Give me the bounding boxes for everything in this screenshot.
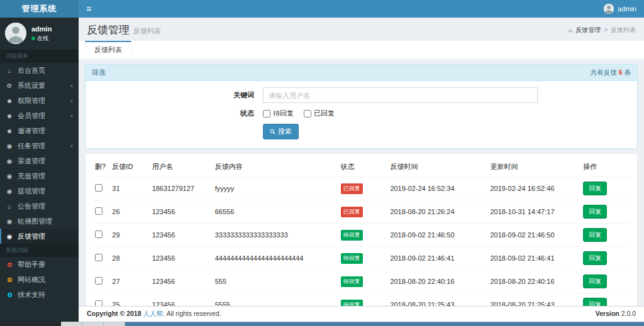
sidebar: 管理系统 admin 在线 功能菜单 ⌂ 后台首页 ⚙ 系统设置 ‹ ☻ 权限管…	[0, 0, 79, 322]
filter-title: 筛选	[92, 68, 106, 77]
breadcrumb-root[interactable]: 反馈管理	[575, 26, 601, 35]
sidebar-item-invitations[interactable]: ☻ 邀请管理	[0, 123, 79, 138]
dashboard-icon: ◉	[6, 233, 13, 240]
cell-created-time: 2018-09-02 21:46:41	[390, 254, 454, 262]
status-badge: 待回复	[341, 276, 363, 287]
content-header: 反馈管理反馈列表 ⌂ 反馈管理 > 反馈列表	[79, 18, 644, 41]
row-checkbox[interactable]	[95, 231, 103, 238]
sidebar-other-menu: 帮助手册 网站概况 技术支持	[0, 257, 79, 302]
settings-icon: ⚙	[6, 82, 13, 89]
cell-updated-time: 2018-10-31 14:47:17	[490, 208, 554, 215]
status-option-replied[interactable]: 已回复	[304, 109, 335, 118]
reply-button[interactable]: 回复	[583, 205, 607, 219]
status-badge: 已回复	[341, 207, 363, 217]
cell-feedback-id: 25	[112, 301, 119, 306]
sidebar-item-recharge[interactable]: ◉ 充值管理	[0, 168, 79, 183]
cell-content: 66556	[215, 208, 235, 215]
copyright-text: Copyright © 2018 人人帮. All rights reserve…	[87, 310, 221, 318]
cell-feedback-id: 28	[112, 254, 119, 262]
brand-link[interactable]: 人人帮	[143, 310, 163, 317]
home-icon: ⌂	[6, 203, 13, 210]
table-row: 29 123456 3333333333333333333 待回复 2018-0…	[92, 224, 630, 247]
app-logo[interactable]: 管理系统	[0, 0, 79, 18]
sidebar-item-announcements[interactable]: ⌂ 公告管理	[0, 198, 79, 214]
search-button[interactable]: 搜索	[263, 124, 299, 139]
status-badge: 待回复	[341, 253, 363, 264]
sidebar-item-tech-support[interactable]: 技术支持	[0, 287, 79, 302]
table-row: 27 123456 555 待回复 2018-08-20 22:40:16 20…	[92, 270, 630, 293]
cell-content: 3333333333333333333	[215, 231, 288, 239]
home-icon: ⌂	[6, 67, 13, 74]
sidebar-user-panel: admin 在线	[0, 18, 79, 50]
row-checkbox[interactable]	[95, 207, 103, 215]
feedback-total-count: 共有反馈6条	[591, 68, 631, 77]
tab-strip: 反馈列表	[79, 41, 644, 59]
online-status: 在线	[31, 35, 52, 43]
page-subtitle: 反馈列表	[133, 27, 161, 35]
cell-username: 123456	[152, 301, 175, 306]
sidebar-item-channels[interactable]: ◉ 渠道管理	[0, 153, 79, 168]
status-label: 状态	[92, 109, 263, 118]
cell-feedback-id: 29	[112, 231, 119, 239]
search-icon	[270, 129, 275, 134]
sidebar-toggle-button[interactable]: ≡	[79, 0, 99, 18]
cell-content: 5555	[215, 301, 230, 306]
cell-created-time: 2018-08-20 21:26:24	[390, 208, 454, 215]
sidebar-item-permissions[interactable]: ☻ 权限管理 ‹	[0, 93, 79, 108]
cell-username: 123456	[152, 254, 175, 262]
keyword-label: 关键词	[92, 90, 263, 100]
table-row: 28 123456 44444444444444444444444 待回复 20…	[92, 247, 630, 270]
sidebar-item-members[interactable]: ☻ 会员管理 ‹	[0, 108, 79, 123]
navbar-username: admin	[618, 5, 636, 13]
row-checkbox[interactable]	[95, 277, 103, 285]
sidebar-item-withdrawals[interactable]: ◉ 提现管理	[0, 183, 79, 198]
cell-updated-time: 2018-08-20 22:40:16	[490, 278, 554, 285]
status-checkbox[interactable]	[304, 110, 311, 117]
status-option-pending[interactable]: 待回复	[263, 109, 294, 118]
navbar-user-menu[interactable]: admin	[596, 0, 644, 18]
sidebar-item-site-overview[interactable]: 网站概况	[0, 272, 79, 287]
reply-button[interactable]: 回复	[583, 274, 607, 288]
sidebar-item-home[interactable]: ⌂ 后台首页	[0, 63, 79, 78]
keyword-input[interactable]	[263, 87, 538, 103]
users-icon: ☻	[6, 112, 13, 119]
top-navbar: ≡ admin	[79, 0, 644, 18]
chevron-left-icon: ‹	[70, 82, 73, 89]
sidebar-item-carousel[interactable]: ◉ 轮播图管理	[0, 214, 79, 229]
reply-button[interactable]: 回复	[583, 298, 607, 306]
screen-bottom-edge	[0, 322, 644, 326]
feedback-table-box: 删?反馈ID用户名反馈内容状态反馈时间更新时间操作 31 18631279127…	[85, 153, 638, 306]
breadcrumb-separator: >	[604, 26, 608, 33]
sidebar-username: admin	[31, 24, 52, 33]
row-checkbox[interactable]	[95, 254, 103, 261]
total-count-number: 6	[619, 68, 623, 76]
dashboard-icon: ◉	[6, 188, 13, 195]
circle-o-icon	[6, 261, 13, 268]
column-header: 反馈时间	[387, 157, 487, 177]
reply-button[interactable]: 回复	[583, 228, 607, 242]
sidebar-item-feedback[interactable]: ◉ 反馈管理	[0, 229, 79, 244]
chevron-left-icon: ‹	[70, 97, 73, 104]
dashboard-icon: ◉	[6, 173, 13, 180]
breadcrumb-home-icon: ⌂	[569, 26, 572, 33]
row-checkbox[interactable]	[95, 300, 103, 306]
row-checkbox[interactable]	[95, 184, 103, 192]
status-badge: 待回复	[341, 230, 363, 241]
column-header: 状态	[338, 157, 388, 177]
chevron-left-icon: ‹	[70, 142, 73, 149]
users-icon: ☻	[6, 128, 13, 134]
sidebar-item-system-settings[interactable]: ⚙ 系统设置 ‹	[0, 78, 79, 93]
column-header: 删?	[92, 157, 109, 177]
table-body: 31 18631279127 fyyyyy 已回复 2019-02-24 16:…	[92, 177, 630, 307]
navbar-avatar-icon	[604, 4, 614, 14]
sidebar-item-help-manual[interactable]: 帮助手册	[0, 257, 79, 272]
status-checkbox[interactable]	[263, 110, 270, 117]
tab-feedback-list[interactable]: 反馈列表	[85, 41, 131, 58]
sidebar-item-tasks[interactable]: ◉ 任务管理 ‹	[0, 138, 79, 153]
cell-username: 123456	[152, 231, 175, 239]
circle-o-icon	[6, 291, 13, 298]
feedback-table: 删?反馈ID用户名反馈内容状态反馈时间更新时间操作 31 18631279127…	[92, 157, 630, 306]
reply-button[interactable]: 回复	[583, 251, 607, 265]
cell-feedback-id: 26	[112, 208, 119, 215]
reply-button[interactable]: 回复	[583, 182, 607, 195]
